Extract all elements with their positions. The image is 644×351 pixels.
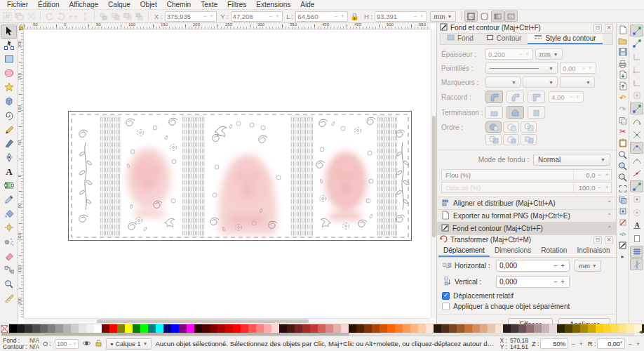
palette-swatch[interactable] — [55, 324, 63, 333]
palette-swatch[interactable] — [403, 324, 410, 333]
palette-swatch[interactable] — [526, 324, 534, 333]
snap-intersection-icon[interactable] — [630, 128, 643, 140]
palette-menu-arrow[interactable]: ◀ — [639, 329, 643, 335]
pencil-tool[interactable] — [1, 123, 17, 137]
zoom-control[interactable]: Z : 50% −+ — [532, 338, 584, 349]
snap-others-icon[interactable] — [630, 180, 643, 192]
text-tool[interactable]: A — [1, 165, 17, 179]
dock-float-button[interactable]: ⊡ — [593, 24, 602, 32]
horizontal-ruler[interactable]: -50050100150200250300350400450500550 — [24, 23, 431, 29]
join-bevel-button[interactable] — [507, 91, 524, 103]
marker-start-dropdown[interactable]: ▼ — [485, 77, 521, 88]
clone-icon[interactable] — [617, 206, 628, 216]
palette-swatch[interactable] — [318, 324, 326, 333]
palette-swatch[interactable] — [565, 324, 572, 333]
flip-horizontal-icon[interactable] — [67, 11, 79, 22]
order-button-3[interactable] — [521, 121, 537, 133]
palette-swatch[interactable] — [125, 324, 133, 333]
transform-tab-inclinaison[interactable]: Inclinaison — [572, 244, 615, 257]
lower-bottom-icon[interactable] — [98, 11, 109, 22]
palette-swatch[interactable] — [233, 324, 241, 333]
dropper-tool[interactable] — [1, 193, 17, 207]
palette-swatch[interactable] — [572, 324, 580, 333]
palette-swatch[interactable] — [79, 324, 86, 333]
deselect-icon[interactable] — [25, 11, 37, 22]
lock-ratio-icon[interactable]: 🔒 — [349, 11, 361, 22]
zoom-selection-icon[interactable] — [617, 150, 628, 159]
palette-swatch[interactable] — [326, 324, 333, 333]
order-button-6[interactable] — [521, 134, 537, 145]
box3d-tool[interactable] — [1, 95, 17, 109]
horizontal-input[interactable]: 0,000−+ — [496, 260, 570, 272]
cap-round-button[interactable] — [507, 106, 524, 119]
apply-each-checkbox[interactable] — [442, 303, 450, 310]
selector-tool[interactable] — [1, 25, 17, 39]
palette-swatch[interactable] — [295, 324, 302, 333]
transform-unit-dropdown[interactable]: mm▼ — [575, 260, 601, 272]
rotate-cw-icon[interactable] — [55, 11, 67, 22]
redo-icon[interactable]: ↷ — [617, 104, 628, 114]
unit-dropdown[interactable]: mm▼ — [430, 11, 457, 22]
zoom-tool[interactable] — [1, 277, 17, 291]
open-folder-icon[interactable] — [617, 36, 628, 46]
palette-swatch[interactable] — [179, 324, 187, 333]
palette-swatch[interactable] — [310, 324, 318, 333]
snap-midpoint-icon[interactable] — [630, 168, 643, 180]
menu-filtres[interactable]: Filtres — [222, 1, 251, 8]
snap-cusp-icon[interactable] — [630, 142, 643, 154]
palette-swatch[interactable] — [109, 324, 117, 333]
object-opacity-input[interactable]: 100−+ — [55, 339, 79, 349]
palette-swatch[interactable] — [210, 324, 217, 333]
palette-swatch[interactable] — [364, 324, 372, 333]
print-icon[interactable] — [617, 59, 628, 69]
blur-slider[interactable]: Flou (%) 0,0−+ — [441, 169, 612, 180]
scale-corners-icon[interactable] — [478, 11, 491, 22]
menu-aide[interactable]: Aide — [295, 1, 319, 8]
tweak-tool[interactable] — [1, 221, 17, 235]
snap-object-center-icon[interactable] — [630, 194, 643, 206]
palette-swatch[interactable] — [410, 324, 418, 333]
snap-rotation-center-icon[interactable] — [630, 206, 643, 218]
palette-swatch[interactable] — [441, 324, 449, 333]
snap-enable-icon[interactable] — [630, 25, 643, 37]
no-color-swatch[interactable] — [0, 324, 9, 333]
palette-swatch[interactable] — [171, 324, 179, 333]
palette-swatch[interactable] — [480, 324, 488, 333]
x-position-input[interactable]: 375,935−+ — [165, 11, 217, 22]
palette-swatch[interactable] — [40, 324, 48, 333]
opacity-slider[interactable]: Opacité (%) 100,0−+ — [441, 182, 612, 193]
dash-pattern-dropdown[interactable]: ▼ — [485, 62, 558, 74]
horizontal-scrollbar[interactable] — [24, 318, 431, 324]
copy-icon[interactable] — [617, 116, 628, 126]
stroke-width-input[interactable]: 0,200−+ — [485, 48, 533, 60]
snap-bbox-center-icon[interactable] — [630, 90, 643, 102]
zoom-fit-icon[interactable] — [617, 184, 628, 194]
palette-swatch[interactable] — [333, 324, 341, 333]
select-in-layers-icon[interactable] — [13, 11, 25, 22]
palette-swatch[interactable] — [241, 324, 248, 333]
palette-swatch[interactable] — [32, 324, 40, 333]
duplicate-icon[interactable] — [617, 195, 628, 205]
snap-guides-icon[interactable] — [630, 258, 643, 270]
palette-swatch[interactable] — [9, 324, 17, 333]
layer-lock-icon[interactable] — [95, 339, 102, 348]
transform-close-button[interactable]: ✕ — [605, 236, 613, 244]
zoom-drawing-icon[interactable] — [617, 161, 628, 171]
menu-affichage[interactable]: Affichage — [65, 1, 104, 8]
palette-swatch[interactable] — [279, 324, 287, 333]
measure-tool[interactable] — [1, 291, 17, 305]
zoom-page-icon[interactable] — [617, 172, 628, 182]
node-tool[interactable] — [1, 39, 17, 53]
height-input[interactable]: 93,391−+ — [375, 11, 427, 22]
join-miter-button[interactable] — [528, 91, 545, 103]
import-icon[interactable] — [617, 70, 628, 80]
spiral-tool[interactable] — [1, 109, 17, 123]
palette-swatch[interactable] — [588, 324, 596, 333]
vertical-scrollbar[interactable] — [431, 29, 436, 318]
snap-bbox-corner-icon[interactable] — [630, 64, 643, 76]
rotate-ccw-icon[interactable] — [43, 11, 55, 22]
palette-swatch[interactable] — [611, 324, 619, 333]
palette-swatch[interactable] — [449, 324, 457, 333]
palette-swatch[interactable] — [148, 324, 156, 333]
ellipse-tool[interactable] — [1, 67, 17, 81]
